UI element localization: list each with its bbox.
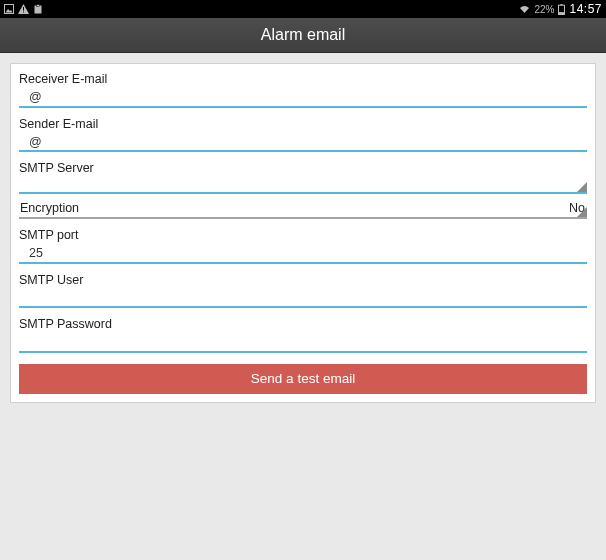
sender-label: Sender E-mail: [19, 115, 587, 132]
app-header: Alarm email: [0, 18, 606, 53]
smtp-server-label: SMTP Server: [19, 159, 587, 176]
field-smtp-port: SMTP port: [19, 226, 587, 264]
image-icon: [4, 4, 14, 14]
smtp-port-input[interactable]: [19, 246, 587, 264]
field-sender: Sender E-mail: [19, 115, 587, 153]
receiver-label: Receiver E-mail: [19, 70, 587, 87]
smtp-user-input[interactable]: [19, 290, 587, 308]
svg-rect-3: [23, 7, 24, 11]
svg-rect-6: [37, 5, 40, 7]
svg-rect-4: [23, 12, 24, 13]
form-card: Receiver E-mail Sender E-mail SMTP Serve…: [10, 63, 596, 403]
encryption-label: Encryption: [20, 201, 79, 215]
receiver-input[interactable]: [19, 90, 587, 108]
page-body: Receiver E-mail Sender E-mail SMTP Serve…: [0, 53, 606, 413]
smtp-password-input[interactable]: [19, 335, 587, 353]
page-title: Alarm email: [261, 26, 345, 44]
warning-icon: [18, 4, 29, 14]
send-test-email-button[interactable]: Send a test email: [19, 364, 587, 394]
field-smtp-user: SMTP User: [19, 271, 587, 309]
status-bar: 22% 14:57: [0, 0, 606, 18]
encryption-dropdown[interactable]: Encryption No: [19, 201, 587, 219]
smtp-server-dropdown[interactable]: [19, 176, 587, 194]
field-encryption: Encryption No: [19, 201, 587, 219]
chevron-down-icon: [577, 207, 587, 217]
status-right: 22% 14:57: [519, 2, 602, 16]
smtp-user-label: SMTP User: [19, 271, 587, 288]
field-receiver: Receiver E-mail: [19, 70, 587, 108]
chevron-down-icon: [577, 182, 587, 192]
battery-percentage: 22%: [534, 4, 554, 15]
battery-icon: [558, 4, 565, 15]
status-left: [4, 4, 43, 14]
svg-rect-9: [559, 12, 565, 14]
smtp-port-label: SMTP port: [19, 226, 587, 243]
sender-input[interactable]: [19, 134, 587, 152]
clipboard-icon: [33, 4, 43, 14]
svg-marker-1: [6, 9, 13, 13]
wifi-icon: [519, 5, 530, 14]
field-smtp-server: SMTP Server: [19, 159, 587, 194]
clock: 14:57: [569, 2, 602, 16]
field-smtp-password: SMTP Password: [19, 315, 587, 353]
smtp-password-label: SMTP Password: [19, 315, 587, 332]
